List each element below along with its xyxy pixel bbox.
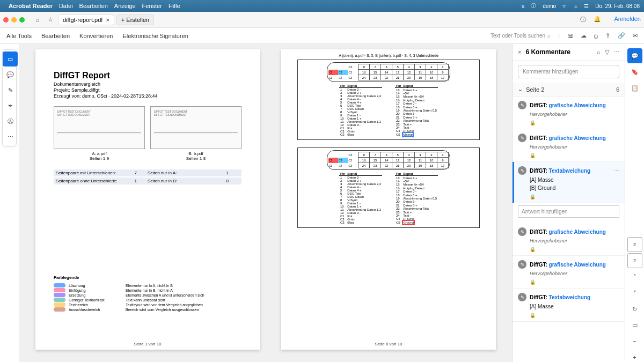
share-icon[interactable]: ⇪ [605, 32, 610, 39]
mail-icon[interactable]: ✉ [633, 32, 638, 39]
save-icon[interactable]: 🖫 [567, 33, 573, 39]
print-icon[interactable]: ⎙ [594, 33, 598, 39]
search-icon: ⌕ [547, 33, 551, 39]
connector-diagram: C387654321C1C2C3161514131211109C3C4C3242… [327, 150, 450, 170]
comment-item[interactable]: ✎ DiffGT: Textabweichung ⋯ [A] Masse[B] … [513, 162, 625, 203]
text-tool[interactable]: Ⓐ [3, 114, 18, 129]
comment-item[interactable]: ✎ DiffGT: grafische Abweichung Hervorgeh… [513, 129, 625, 162]
app-name[interactable]: Acrobat Reader [9, 3, 53, 9]
star-icon[interactable]: ☆ [45, 14, 56, 25]
pin-table: PinSignal1Daten 2 -2Daten 2 +3Abschirmun… [298, 172, 479, 224]
status-icon[interactable]: ⓘ [531, 2, 536, 10]
window-controls[interactable] [3, 17, 25, 23]
workspace: ▭ 💬 ✎ ✒ Ⓐ ⋯ DiffGT Report Dokumentenverg… [0, 44, 644, 362]
left-tool-strip: ▭ 💬 ✎ ✒ Ⓐ ⋯ [0, 44, 19, 362]
search-input[interactable]: Text oder Tools suchen ⌕ [491, 33, 551, 39]
menubar-user[interactable]: demo [543, 3, 556, 9]
right-tool-strip: 💬 🔖 📋 2 2 ˄ ˅ ↻ ▭ − + ⛶ [625, 44, 644, 362]
zoom-out-icon[interactable]: − [627, 334, 642, 349]
clipboard-icon[interactable]: 📋 [627, 80, 642, 95]
page2-caption: A (oben): a.pdf · S. 5; B (unten): b.pdf… [281, 54, 496, 57]
page-1: DiffGT Report Dokumentenvergleich Projek… [35, 49, 260, 350]
rotate-icon[interactable]: ↻ [627, 301, 642, 316]
more-icon[interactable]: ⋯ [613, 167, 619, 174]
signin-link[interactable]: Anmelden [614, 16, 641, 24]
avatar: ✎ [518, 101, 526, 109]
scroll-up-icon[interactable]: ˄ [627, 269, 642, 284]
info-icon[interactable]: ⓘ [580, 16, 586, 24]
home-icon[interactable]: ⌂ [32, 14, 43, 25]
comment-item[interactable]: ✎ DiffGT: grafische Abweichung Hervorgeh… [513, 97, 625, 129]
comment-tool[interactable]: 💬 [3, 67, 18, 82]
scroll-down-icon[interactable]: ˅ [627, 285, 642, 300]
stats-table: Seitenpaare mit Unterschieden:7Seiten nu… [54, 169, 241, 184]
sign-tool[interactable]: ✒ [3, 98, 18, 113]
connector-diagram: C387654321C1C2C3161514131211109C3C4C3242… [327, 62, 450, 82]
page-number[interactable]: 2 [627, 237, 642, 252]
more-icon[interactable]: ⋯ [613, 49, 619, 56]
maximize-icon[interactable] [19, 17, 25, 23]
avatar: ✎ [518, 293, 526, 301]
color-legend: Farblegende LöschungElemente nur in A, n… [54, 275, 241, 312]
menu-anzeige[interactable]: Anzeige [114, 3, 136, 9]
report-created: Erzeugt von: demo, CSci · 2024-02-28T15:… [54, 93, 241, 99]
comments-panel: × 6 Kommentare ⌕ ▽ ⋯ Kommentar hinzufüge… [512, 44, 625, 362]
page-count[interactable]: 2 [627, 253, 642, 268]
menu-bearbeiten[interactable]: Bearbeiten [79, 3, 108, 9]
search-icon[interactable]: ⌕ [597, 49, 601, 55]
menu-datei[interactable]: Datei [59, 3, 73, 9]
create-button[interactable]: + Erstellen [116, 14, 154, 25]
avatar: ✎ [518, 227, 526, 236]
link-icon[interactable]: 🔗 [618, 32, 625, 39]
toolbar-signaturen[interactable]: Elektronische Signaturen [122, 33, 188, 39]
filter-icon[interactable]: ▽ [605, 49, 609, 56]
comments-section[interactable]: ⌄ Seite 2 6 [513, 83, 625, 97]
pin-table: PinSignal1Daten 2 -2Daten 2 +3Abschirmun… [298, 84, 479, 136]
control-center-icon[interactable]: ☰ [584, 3, 589, 9]
reply-input[interactable]: Antwort hinzufügen [518, 205, 619, 218]
comments-title: 6 Kommentare [525, 48, 592, 56]
close-icon[interactable]: × [518, 49, 521, 55]
highlight-tool[interactable]: ✎ [3, 83, 18, 98]
minimize-icon[interactable] [11, 17, 17, 23]
bookmark-icon[interactable]: 🔖 [627, 64, 642, 79]
toolbar-konvertieren[interactable]: Konvertieren [79, 33, 113, 39]
menubar-clock[interactable]: Do. 29. Feb. 08:08 [595, 3, 640, 9]
comment-item[interactable]: ✎ DiffGT: Textabweichung [A] Masse🔒 [513, 289, 625, 322]
macos-menubar: Acrobat Reader Datei Bearbeiten Anzeige … [0, 0, 644, 12]
toolbar-bearbeiten[interactable]: Bearbeiten [41, 33, 70, 39]
comments-icon[interactable]: 💬 [627, 48, 642, 63]
lock-icon: 🔒 [530, 153, 619, 158]
more-tools[interactable]: ⋯ [3, 129, 18, 144]
tab-title: diffgt-report.pdf [63, 17, 103, 23]
menu-hilfe[interactable]: Hilfe [169, 3, 180, 9]
cloud-icon[interactable]: ☁ [581, 32, 587, 39]
lock-icon: 🔒 [530, 313, 619, 318]
lock-icon: 🔒 [530, 247, 619, 252]
close-icon[interactable] [3, 17, 9, 23]
toolbar-alletools[interactable]: Alle Tools [6, 33, 32, 39]
document-viewport[interactable]: DiffGT Report Dokumentenvergleich Projek… [19, 44, 512, 362]
thumb-a: DIFFGT TEST DOCUMENT DIFFGT TESTDOKUMENT… [54, 106, 145, 161]
avatar: ✎ [518, 166, 526, 175]
lock-icon: 🔒 [530, 194, 619, 200]
menu-fenster[interactable]: Fenster [142, 3, 162, 9]
wifi-icon[interactable]: ᯤ [562, 3, 568, 9]
main-toolbar: Alle Tools Bearbeiten Konvertieren Elekt… [0, 28, 644, 44]
chevron-down-icon: ⌄ [518, 86, 523, 93]
report-subtitle: Dokumentenvergleich [54, 82, 241, 87]
page-2: A (oben): a.pdf · S. 5; B (unten): b.pdf… [281, 49, 496, 350]
bell-icon[interactable]: 🔔 [594, 16, 601, 24]
comment-item[interactable]: ✎ DiffGT: grafische Abweichung Hervorgeh… [513, 223, 625, 256]
zoom-in-icon[interactable]: + [627, 350, 642, 362]
page-footer: Seite 1 von 10 [35, 342, 260, 346]
add-comment-input[interactable]: Kommentar hinzufügen [518, 65, 619, 78]
status-icon[interactable]: s [522, 3, 524, 9]
search-icon[interactable]: ⌕ [574, 3, 577, 9]
document-tab[interactable]: diffgt-report.pdf × [58, 14, 114, 25]
avatar: ✎ [518, 134, 526, 142]
tab-close-icon[interactable]: × [106, 17, 109, 23]
comment-item[interactable]: ✎ DiffGT: grafische Abweichung Hervorgeh… [513, 256, 625, 289]
fit-icon[interactable]: ▭ [627, 317, 642, 333]
select-tool[interactable]: ▭ [3, 51, 18, 67]
